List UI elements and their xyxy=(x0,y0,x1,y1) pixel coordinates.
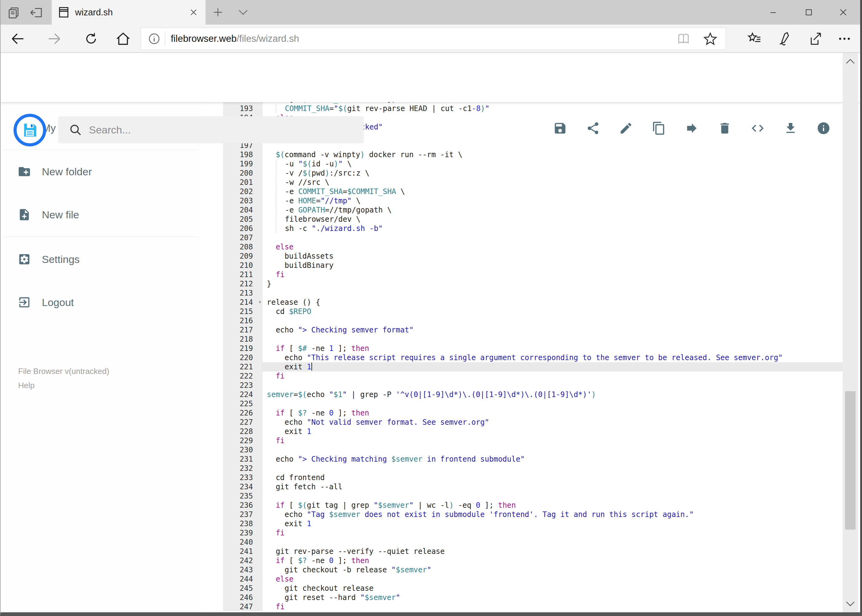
code-line[interactable]: fi xyxy=(267,528,845,537)
code-line[interactable] xyxy=(267,335,845,344)
code-line[interactable]: -v /$(pwd):/src:z \ xyxy=(267,168,845,178)
code-line[interactable]: $(command -v winpty) docker run --rm -it… xyxy=(267,150,845,159)
code-line[interactable]: else xyxy=(267,575,845,584)
tab-preview-icon[interactable] xyxy=(7,6,22,20)
line-number: 247 xyxy=(223,602,262,611)
search-bar[interactable] xyxy=(58,116,364,143)
back-icon[interactable] xyxy=(11,31,25,46)
code-lines[interactable]: if [ "$COMMIT_SHA" == "" ]; then COMMIT_… xyxy=(263,102,845,611)
download-icon[interactable] xyxy=(783,121,798,135)
code-line[interactable]: echo "> Checking matching $semver in fro… xyxy=(267,454,845,464)
code-line[interactable]: git checkout -b release "$semver" xyxy=(267,565,845,575)
sidebar-item-logout[interactable]: Logout xyxy=(1,288,201,317)
browser-tab[interactable]: wizard.sh xyxy=(52,0,206,25)
new-folder-icon xyxy=(17,165,31,178)
edit-pencil-icon[interactable] xyxy=(619,121,633,135)
info-icon[interactable] xyxy=(816,121,830,135)
web-note-pen-icon[interactable] xyxy=(777,31,791,46)
code-line[interactable]: buildBinary xyxy=(267,261,845,270)
code-line[interactable]: exit 1 xyxy=(263,362,845,371)
code-line[interactable]: if [ $(git tag | grep "$semver" | wc -l)… xyxy=(267,501,845,510)
code-line[interactable]: COMMIT_SHA="$(git rev-parse HEAD | cut -… xyxy=(267,104,845,113)
code-line[interactable] xyxy=(267,316,845,325)
code-line[interactable] xyxy=(267,289,845,298)
code-line[interactable]: git rev-parse --verify --quiet release xyxy=(267,547,845,556)
code-line[interactable]: fi xyxy=(267,436,845,445)
code-line[interactable]: cd frontend xyxy=(267,473,845,482)
code-line[interactable]: cd $REPO xyxy=(267,307,845,316)
code-line[interactable] xyxy=(267,464,845,473)
code-line[interactable]: echo "> Checking semver format" xyxy=(267,325,845,335)
refresh-icon[interactable] xyxy=(84,31,98,46)
save-icon[interactable] xyxy=(553,121,567,135)
help-link[interactable]: Help xyxy=(18,381,35,390)
move-arrow-icon[interactable] xyxy=(685,121,699,135)
vertical-scrollbar[interactable] xyxy=(843,53,858,612)
code-line[interactable]: echo "Not valid semver format. See semve… xyxy=(267,418,845,427)
forward-icon[interactable] xyxy=(47,31,61,46)
code-line[interactable]: } xyxy=(267,279,845,289)
code-icon[interactable] xyxy=(750,121,765,135)
sidebar-item-new-file[interactable]: New file xyxy=(1,200,201,229)
code-line[interactable]: filebrowser/dev \ xyxy=(267,215,845,224)
code-line[interactable]: echo "This release script requires a sin… xyxy=(267,353,845,362)
sidebar-item-settings[interactable]: Settings xyxy=(1,245,201,274)
minimize-button[interactable] xyxy=(759,0,788,25)
fold-arrow-icon[interactable]: ▾ xyxy=(258,297,262,306)
code-line[interactable]: exit 1 xyxy=(267,427,845,436)
code-line[interactable] xyxy=(267,381,845,390)
line-number: 199 xyxy=(223,159,262,168)
address-input[interactable]: filebrowser.web/files/wizard.sh xyxy=(141,28,726,50)
code-line[interactable]: release () { xyxy=(267,298,845,307)
share-icon[interactable] xyxy=(586,121,600,135)
delete-trash-icon[interactable] xyxy=(718,121,732,135)
code-line[interactable]: if [ $# -ne 1 ]; then xyxy=(267,344,845,353)
sidebar-item-new-folder[interactable]: New folder xyxy=(1,157,201,186)
code-line[interactable]: exit 1 xyxy=(267,519,845,528)
line-number: 218 xyxy=(223,335,262,344)
code-line[interactable] xyxy=(267,233,845,242)
code-line[interactable] xyxy=(267,492,845,501)
code-line[interactable] xyxy=(267,445,845,454)
code-line[interactable]: git reset --hard "$semver" xyxy=(267,593,845,602)
site-info-icon[interactable] xyxy=(148,32,161,45)
code-line[interactable]: -e GOPATH=//tmp/gopath \ xyxy=(267,206,845,215)
share-icon[interactable] xyxy=(807,31,822,46)
code-line[interactable]: -u "$(id -u)" \ xyxy=(267,159,845,168)
code-line[interactable] xyxy=(267,537,845,547)
tab-close-icon[interactable] xyxy=(188,7,199,17)
new-tab-icon[interactable] xyxy=(212,6,224,19)
maximize-button[interactable] xyxy=(794,0,823,25)
scroll-down-icon[interactable] xyxy=(845,600,856,608)
code-line[interactable]: if [ $? -ne 0 ]; then xyxy=(267,409,845,418)
code-line[interactable]: sh -c "./wizard.sh -b" xyxy=(267,224,845,233)
more-options-icon[interactable] xyxy=(837,31,852,46)
code-line[interactable]: fi xyxy=(267,270,845,279)
code-line[interactable]: if [ $? -ne 0 ]; then xyxy=(267,556,845,565)
code-line[interactable]: fi xyxy=(267,371,845,381)
tab-list-chevron-icon[interactable] xyxy=(237,8,249,17)
favorite-star-icon[interactable] xyxy=(703,31,718,46)
scroll-up-icon[interactable] xyxy=(845,57,856,65)
hub-icon[interactable] xyxy=(747,31,762,46)
search-input[interactable] xyxy=(89,124,364,136)
copy-icon[interactable] xyxy=(652,121,666,135)
code-line[interactable]: else xyxy=(267,242,845,251)
code-line[interactable]: semver=$(echo "$1" | grep -P '^v(0|[1-9]… xyxy=(267,390,845,399)
code-line[interactable]: echo "Tag $semver does not exist in subm… xyxy=(267,510,845,519)
code-line[interactable]: git fetch --all xyxy=(267,482,845,492)
home-icon[interactable] xyxy=(116,31,131,46)
code-line[interactable]: git checkout release xyxy=(267,584,845,593)
line-number: 200 xyxy=(223,168,262,178)
set-tabs-aside-icon[interactable] xyxy=(30,6,44,20)
code-line[interactable]: -e HOME="//tmp" \ xyxy=(267,196,845,206)
close-window-button[interactable] xyxy=(829,0,858,25)
code-line[interactable]: buildAssets xyxy=(267,251,845,261)
scrollbar-thumb[interactable] xyxy=(845,391,856,530)
code-line[interactable]: -e COMMIT_SHA=$COMMIT_SHA \ xyxy=(267,187,845,196)
code-line[interactable] xyxy=(267,399,845,409)
code-line[interactable]: -w //src \ xyxy=(267,178,845,187)
code-editor[interactable]: 1921931941951961971981992002012022032042… xyxy=(201,102,845,612)
file-browser-floppy-logo[interactable] xyxy=(14,114,46,146)
code-line[interactable]: fi xyxy=(267,602,845,611)
